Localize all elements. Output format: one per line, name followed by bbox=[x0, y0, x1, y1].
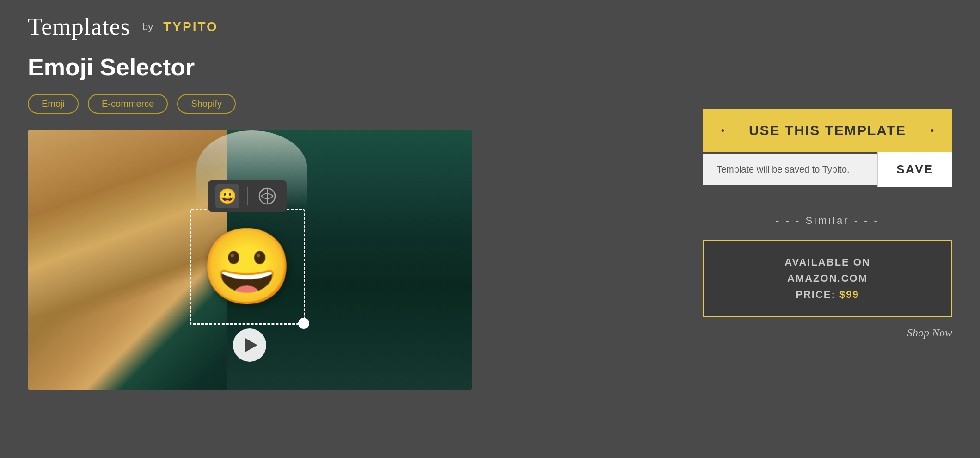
similar-label: - - - Similar - - - bbox=[703, 215, 952, 227]
tag-emoji[interactable]: Emoji bbox=[28, 94, 79, 114]
emoji-toolbar: 😀 bbox=[208, 180, 287, 212]
emoji-icon: 😀 bbox=[218, 187, 237, 205]
similar-line1: AVAILABLE ON bbox=[784, 256, 870, 268]
use-template-label: USE THIS TEMPLATE bbox=[749, 123, 906, 138]
emoji-selection-box[interactable]: 😀 bbox=[190, 209, 305, 325]
btn-dot-right: • bbox=[931, 125, 934, 136]
save-area: Template will be saved to Typito. SAVE bbox=[703, 152, 952, 187]
right-section: • USE THIS TEMPLATE • Template will be s… bbox=[703, 53, 952, 390]
play-icon bbox=[245, 338, 257, 353]
tags-container: Emoji E-commerce Shopify bbox=[28, 94, 675, 114]
similar-line2: AMAZON.COM bbox=[787, 272, 868, 284]
tag-ecommerce[interactable]: E-commerce bbox=[88, 94, 168, 114]
emoji-face-display: 😀 bbox=[201, 230, 294, 304]
save-tooltip: Template will be saved to Typito. bbox=[703, 154, 877, 185]
main-content: Emoji Selector Emoji E-commerce Shopify … bbox=[0, 53, 980, 390]
use-template-button[interactable]: • USE THIS TEMPLATE • bbox=[703, 109, 952, 152]
sticker-icon bbox=[258, 187, 276, 205]
header: Templates by TYPITO bbox=[0, 0, 980, 53]
resize-handle[interactable] bbox=[298, 318, 309, 329]
save-tooltip-text: Template will be saved to Typito. bbox=[717, 164, 850, 175]
similar-line3-prefix: PRICE: bbox=[796, 289, 839, 300]
logo-by: by bbox=[142, 21, 153, 33]
page-title: Emoji Selector bbox=[28, 53, 675, 81]
video-preview: 😀 😀 bbox=[28, 130, 472, 390]
btn-dot-left: • bbox=[721, 125, 724, 136]
tag-shopify[interactable]: Shopify bbox=[177, 94, 236, 114]
save-button[interactable]: SAVE bbox=[877, 152, 952, 187]
toolbar-divider bbox=[247, 187, 248, 205]
left-section: Emoji Selector Emoji E-commerce Shopify … bbox=[28, 53, 675, 390]
emoji-picker-button[interactable]: 😀 bbox=[215, 184, 239, 208]
sticker-button[interactable] bbox=[255, 184, 279, 208]
play-button[interactable] bbox=[233, 328, 266, 362]
logo-templates[interactable]: Templates bbox=[28, 13, 130, 40]
similar-card-text: AVAILABLE ON AMAZON.COM PRICE: $99 bbox=[719, 254, 936, 303]
similar-price: $99 bbox=[839, 289, 859, 300]
logo-typito[interactable]: TYPITO bbox=[163, 19, 218, 34]
similar-card[interactable]: AVAILABLE ON AMAZON.COM PRICE: $99 bbox=[703, 240, 952, 317]
similar-section: - - - Similar - - - AVAILABLE ON AMAZON.… bbox=[703, 215, 952, 339]
shop-now-link[interactable]: Shop Now bbox=[703, 327, 952, 339]
